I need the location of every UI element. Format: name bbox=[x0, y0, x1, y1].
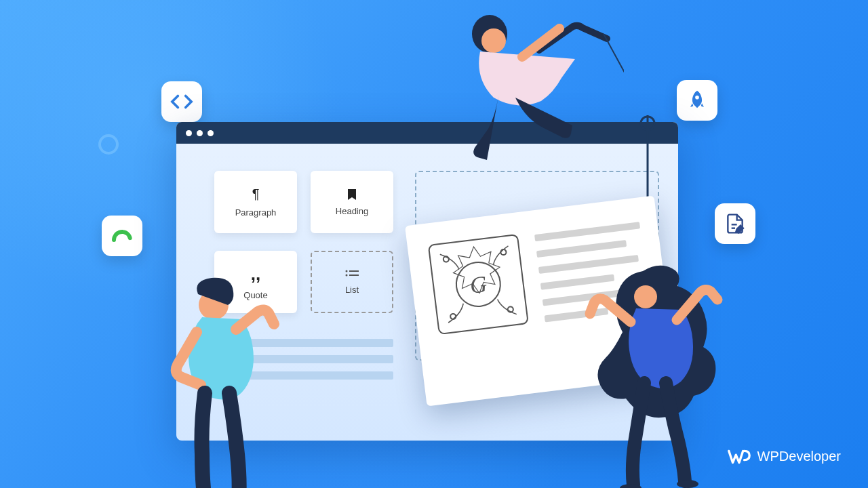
placeholder-lines bbox=[197, 339, 393, 388]
block-label: Quote bbox=[243, 290, 267, 300]
block-list[interactable]: List bbox=[311, 251, 393, 313]
svg-point-17 bbox=[507, 306, 513, 312]
block-label: Paragraph bbox=[235, 207, 277, 218]
gauge-icon bbox=[102, 216, 142, 256]
svg-point-3 bbox=[346, 270, 348, 272]
quote-icon: ,, bbox=[251, 264, 260, 285]
svg-point-0 bbox=[695, 96, 699, 100]
brand-logo: WPDeveloper bbox=[726, 443, 841, 469]
svg-rect-6 bbox=[349, 274, 359, 276]
brand-text: WPDeveloper bbox=[757, 449, 841, 464]
svg-line-20 bbox=[604, 34, 624, 96]
svg-point-15 bbox=[500, 249, 507, 255]
svg-rect-4 bbox=[349, 270, 359, 272]
list-icon bbox=[345, 270, 359, 279]
block-quote[interactable]: ,, Quote bbox=[214, 251, 297, 313]
svg-point-25 bbox=[620, 484, 642, 488]
svg-point-19 bbox=[481, 28, 506, 53]
content-card[interactable]: G bbox=[405, 195, 676, 406]
block-heading[interactable]: Heading bbox=[311, 171, 393, 233]
svg-point-5 bbox=[346, 274, 348, 276]
browser-title-bar bbox=[176, 122, 678, 144]
doc-edit-icon bbox=[715, 203, 755, 244]
block-label: List bbox=[345, 285, 359, 295]
block-label: Heading bbox=[336, 206, 368, 216]
block-paragraph[interactable]: ¶ Paragraph bbox=[214, 171, 297, 233]
code-icon bbox=[161, 81, 202, 122]
browser-window: ¶ Paragraph Heading ,, Quote List G bbox=[176, 122, 678, 441]
decorative-ring bbox=[98, 134, 119, 155]
svg-point-14 bbox=[443, 256, 449, 262]
card-placeholder-lines bbox=[534, 215, 656, 373]
svg-point-18 bbox=[472, 15, 507, 53]
svg-point-26 bbox=[677, 480, 698, 488]
wpdeveloper-icon bbox=[726, 443, 752, 469]
gutenberg-ornament-icon: G bbox=[425, 230, 532, 339]
svg-point-16 bbox=[450, 313, 456, 319]
rocket-icon bbox=[677, 80, 717, 121]
bookmark-icon bbox=[347, 188, 357, 201]
paragraph-icon: ¶ bbox=[252, 186, 260, 202]
